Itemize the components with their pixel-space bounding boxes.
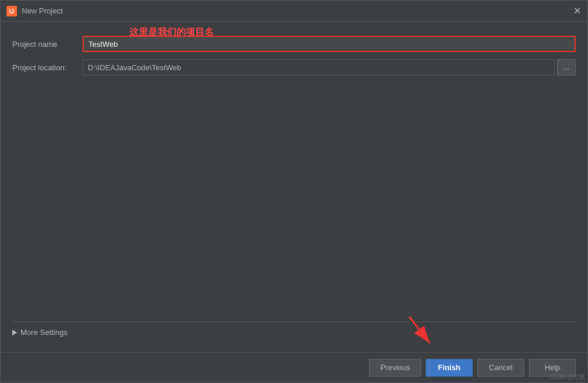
- dialog-footer: Previous Finish Cancel Help CSDN @打更: [1, 352, 587, 382]
- app-icon: IJ: [6, 6, 17, 16]
- watermark-text: CSDN @打更: [549, 373, 585, 381]
- close-button[interactable]: ✕: [572, 6, 582, 16]
- title-bar: IJ New Project ✕: [1, 1, 587, 22]
- content-spacer: [12, 83, 576, 322]
- dialog-title: New Project: [22, 6, 572, 15]
- annotation-text: 这里是我们的项目名: [129, 26, 214, 39]
- project-name-label: Project name: [12, 40, 83, 49]
- more-settings-toggle[interactable]: More Settings: [12, 328, 67, 337]
- browse-button[interactable]: ...: [557, 59, 576, 76]
- finish-button[interactable]: Finish: [426, 359, 473, 377]
- more-settings-section: More Settings: [12, 322, 576, 343]
- dialog-content: 这里是我们的项目名 Project name Project location:…: [1, 22, 587, 352]
- cancel-button[interactable]: Cancel: [477, 359, 524, 377]
- previous-button[interactable]: Previous: [369, 359, 421, 377]
- more-settings-label: More Settings: [20, 328, 67, 337]
- project-name-row: Project name: [12, 36, 576, 52]
- toggle-triangle-icon: [12, 330, 17, 336]
- project-location-row: Project location: ...: [12, 59, 576, 76]
- new-project-dialog: IJ New Project ✕ 这里是我们的项目名 Project name …: [0, 0, 588, 383]
- project-location-label: Project location:: [12, 63, 83, 72]
- project-location-input[interactable]: [83, 59, 555, 76]
- svg-text:IJ: IJ: [9, 8, 14, 15]
